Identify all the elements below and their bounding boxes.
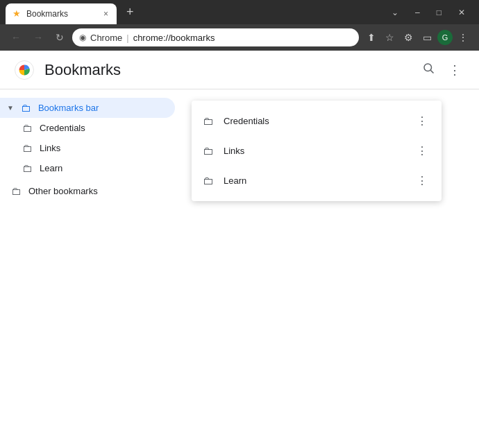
links-label: Links (40, 143, 60, 153)
svg-line-2 (430, 70, 433, 73)
menu-button[interactable]: ⋮ (454, 29, 472, 46)
main-content: ▼ 🗀 Bookmarks bar 🗀 Credentials 🗀 Links … (0, 89, 479, 448)
back-button[interactable]: ← (7, 30, 25, 45)
sidebar-item-credentials[interactable]: 🗀 Credentials (0, 118, 175, 138)
learn-folder-icon: 🗀 (22, 162, 33, 174)
address-bar-input[interactable]: ◉ Chrome | chrome://bookmarks (72, 28, 359, 46)
sidebar-item-bookmarks-bar[interactable]: ▼ 🗀 Bookmarks bar (0, 98, 175, 118)
panel-item-learn[interactable]: 🗀 Learn ⋮ (192, 166, 442, 196)
collapse-button[interactable]: ⌄ (383, 3, 407, 21)
titlebar-left: ★ Bookmarks × + (6, 2, 138, 23)
panel-credentials-name: Credentials (224, 116, 404, 126)
page-header: Bookmarks ⋮ (0, 51, 479, 89)
profile-button[interactable]: G (437, 30, 453, 45)
page-title: Bookmarks (44, 61, 418, 79)
other-bookmarks-label: Other bookmarks (28, 186, 98, 196)
titlebar: ★ Bookmarks × + ⌄ – □ ✕ (0, 0, 479, 24)
panel-item-credentials[interactable]: 🗀 Credentials ⋮ (192, 106, 442, 136)
expand-icon: ▼ (7, 104, 14, 112)
tab-favicon: ★ (12, 8, 21, 19)
panel-links-name: Links (224, 146, 404, 156)
site-security-icon: ◉ (79, 33, 86, 42)
svg-point-1 (424, 64, 432, 71)
share-button[interactable]: ⬆ (363, 29, 380, 46)
panel-learn-more-button[interactable]: ⋮ (414, 173, 430, 189)
sidebar: ▼ 🗀 Bookmarks bar 🗀 Credentials 🗀 Links … (0, 89, 180, 448)
search-icon (422, 62, 435, 74)
sidebar-item-learn[interactable]: 🗀 Learn (0, 158, 175, 178)
credentials-label: Credentials (40, 123, 85, 133)
panel-links-folder-icon: 🗀 (203, 145, 214, 157)
panel-learn-name: Learn (224, 175, 404, 186)
tab-title: Bookmarks (26, 9, 96, 19)
active-tab[interactable]: ★ Bookmarks × (6, 3, 117, 24)
panel-item-links[interactable]: 🗀 Links ⋮ (192, 136, 442, 166)
panel-links-more-button[interactable]: ⋮ (414, 143, 430, 159)
learn-label: Learn (40, 163, 62, 173)
window-controls: ⌄ – □ ✕ (383, 3, 473, 21)
other-bookmarks-folder-icon: 🗀 (11, 185, 22, 197)
current-url: chrome://bookmarks (133, 33, 215, 43)
sidebar-toggle-button[interactable]: ▭ (419, 29, 436, 46)
folder-icon: 🗀 (21, 102, 31, 114)
content-area: 🗀 Credentials ⋮ 🗀 Links ⋮ 🗀 Learn ⋮ (180, 89, 479, 448)
panel-learn-folder-icon: 🗀 (203, 175, 214, 187)
sidebar-item-links[interactable]: 🗀 Links (0, 138, 175, 158)
credentials-folder-icon: 🗀 (22, 122, 33, 134)
addressbar: ← → ↻ ◉ Chrome | chrome://bookmarks ⬆ ☆ … (0, 24, 479, 51)
bookmark-button[interactable]: ☆ (381, 29, 398, 46)
url-separator: | (126, 33, 128, 43)
more-options-button[interactable]: ⋮ (444, 58, 465, 82)
minimize-button[interactable]: – (407, 3, 428, 21)
tab-close-button[interactable]: × (102, 8, 110, 19)
close-button[interactable]: ✕ (450, 3, 473, 21)
panel-credentials-more-button[interactable]: ⋮ (414, 113, 430, 129)
restore-button[interactable]: □ (428, 3, 450, 21)
bookmarks-panel: 🗀 Credentials ⋮ 🗀 Links ⋮ 🗀 Learn ⋮ (192, 101, 442, 201)
header-actions: ⋮ (418, 58, 465, 82)
sidebar-item-other-bookmarks[interactable]: 🗀 Other bookmarks (0, 181, 175, 201)
panel-credentials-folder-icon: 🗀 (203, 115, 214, 128)
bookmarks-bar-label: Bookmarks bar (38, 103, 99, 113)
links-folder-icon: 🗀 (22, 142, 33, 154)
toolbar-icons: ⬆ ☆ ⚙ ▭ G ⋮ (363, 29, 472, 46)
extensions-button[interactable]: ⚙ (400, 29, 417, 46)
forward-button[interactable]: → (29, 30, 47, 45)
refresh-button[interactable]: ↻ (51, 30, 68, 45)
new-tab-button[interactable]: + (122, 5, 138, 19)
search-button[interactable] (418, 58, 439, 82)
google-logo (14, 60, 35, 80)
chrome-label: Chrome (90, 33, 122, 43)
